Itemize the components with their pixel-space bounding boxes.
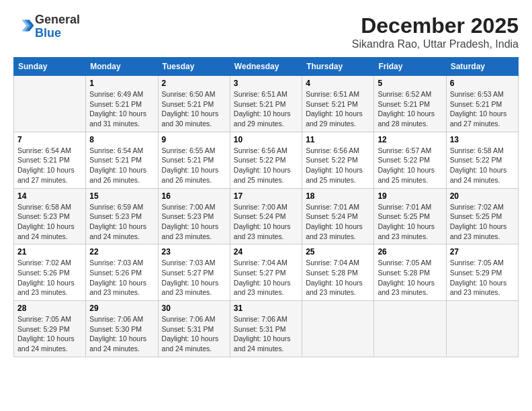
calendar-cell: 9Sunrise: 6:55 AMSunset: 5:21 PMDaylight… xyxy=(158,132,230,188)
day-number: 15 xyxy=(89,191,154,201)
calendar-cell: 16Sunrise: 7:00 AMSunset: 5:23 PMDayligh… xyxy=(158,188,230,244)
day-info: Sunrise: 7:05 AMSunset: 5:28 PMDaylight:… xyxy=(378,258,442,298)
calendar-body: 1Sunrise: 6:49 AMSunset: 5:21 PMDaylight… xyxy=(14,76,519,357)
day-info: Sunrise: 6:59 AMSunset: 5:23 PMDaylight:… xyxy=(89,202,154,242)
title-area: December 2025 Sikandra Rao, Uttar Prades… xyxy=(352,13,519,50)
day-info: Sunrise: 7:06 AMSunset: 5:31 PMDaylight:… xyxy=(162,314,226,354)
day-info: Sunrise: 6:50 AMSunset: 5:21 PMDaylight:… xyxy=(162,89,226,129)
day-number: 11 xyxy=(306,135,370,144)
day-info: Sunrise: 7:04 AMSunset: 5:27 PMDaylight:… xyxy=(234,258,298,298)
calendar-cell xyxy=(446,301,518,357)
calendar-cell: 26Sunrise: 7:05 AMSunset: 5:28 PMDayligh… xyxy=(374,244,446,301)
day-number: 8 xyxy=(89,135,154,144)
day-number: 25 xyxy=(306,247,370,257)
logo-icon xyxy=(16,16,35,35)
week-row-5: 28Sunrise: 7:05 AMSunset: 5:29 PMDayligh… xyxy=(14,301,519,357)
calendar-cell: 25Sunrise: 7:04 AMSunset: 5:28 PMDayligh… xyxy=(302,244,374,301)
month-year-title: December 2025 xyxy=(352,13,519,38)
week-row-3: 14Sunrise: 6:58 AMSunset: 5:23 PMDayligh… xyxy=(14,188,519,244)
header-day-friday: Friday xyxy=(374,58,446,76)
day-number: 14 xyxy=(17,191,82,201)
day-number: 12 xyxy=(378,135,442,144)
calendar-table: SundayMondayTuesdayWednesdayThursdayFrid… xyxy=(13,57,519,357)
day-info: Sunrise: 6:54 AMSunset: 5:21 PMDaylight:… xyxy=(17,146,82,185)
calendar-header: SundayMondayTuesdayWednesdayThursdayFrid… xyxy=(14,58,519,76)
day-number: 21 xyxy=(17,247,82,257)
day-info: Sunrise: 7:05 AMSunset: 5:29 PMDaylight:… xyxy=(17,314,82,354)
day-info: Sunrise: 7:03 AMSunset: 5:26 PMDaylight:… xyxy=(89,258,154,298)
day-info: Sunrise: 6:57 AMSunset: 5:22 PMDaylight:… xyxy=(378,146,442,185)
calendar-cell: 28Sunrise: 7:05 AMSunset: 5:29 PMDayligh… xyxy=(14,301,86,357)
day-info: Sunrise: 6:56 AMSunset: 5:22 PMDaylight:… xyxy=(234,146,298,185)
calendar-cell: 13Sunrise: 6:58 AMSunset: 5:22 PMDayligh… xyxy=(446,132,518,188)
header-day-tuesday: Tuesday xyxy=(158,58,230,76)
day-number: 18 xyxy=(306,191,370,201)
day-number: 31 xyxy=(234,304,298,313)
day-number: 27 xyxy=(450,247,515,257)
day-number: 5 xyxy=(378,79,442,88)
header-day-thursday: Thursday xyxy=(302,58,374,76)
day-info: Sunrise: 6:56 AMSunset: 5:22 PMDaylight:… xyxy=(306,146,370,185)
calendar-cell: 3Sunrise: 6:51 AMSunset: 5:21 PMDaylight… xyxy=(230,76,302,132)
day-info: Sunrise: 6:58 AMSunset: 5:22 PMDaylight:… xyxy=(450,146,515,185)
logo: General Blue xyxy=(13,13,80,40)
day-number: 30 xyxy=(162,304,226,313)
calendar-cell: 12Sunrise: 6:57 AMSunset: 5:22 PMDayligh… xyxy=(374,132,446,188)
header-day-sunday: Sunday xyxy=(14,58,86,76)
day-info: Sunrise: 6:54 AMSunset: 5:21 PMDaylight:… xyxy=(89,146,154,185)
calendar-cell: 5Sunrise: 6:52 AMSunset: 5:21 PMDaylight… xyxy=(374,76,446,132)
day-number: 2 xyxy=(162,79,226,88)
day-info: Sunrise: 7:02 AMSunset: 5:25 PMDaylight:… xyxy=(450,202,515,242)
calendar-cell: 27Sunrise: 7:05 AMSunset: 5:29 PMDayligh… xyxy=(446,244,518,301)
calendar-cell: 17Sunrise: 7:00 AMSunset: 5:24 PMDayligh… xyxy=(230,188,302,244)
day-info: Sunrise: 6:51 AMSunset: 5:21 PMDaylight:… xyxy=(234,89,298,129)
calendar-cell: 20Sunrise: 7:02 AMSunset: 5:25 PMDayligh… xyxy=(446,188,518,244)
calendar-cell: 29Sunrise: 7:06 AMSunset: 5:30 PMDayligh… xyxy=(86,301,158,357)
header: General Blue December 2025 Sikandra Rao,… xyxy=(13,13,519,50)
calendar-cell: 23Sunrise: 7:03 AMSunset: 5:27 PMDayligh… xyxy=(158,244,230,301)
day-number: 13 xyxy=(450,135,515,144)
day-info: Sunrise: 7:04 AMSunset: 5:28 PMDaylight:… xyxy=(306,258,370,298)
week-row-1: 1Sunrise: 6:49 AMSunset: 5:21 PMDaylight… xyxy=(14,76,519,132)
day-number: 19 xyxy=(378,191,442,201)
day-info: Sunrise: 7:05 AMSunset: 5:29 PMDaylight:… xyxy=(450,258,515,298)
day-number: 9 xyxy=(162,135,226,144)
calendar-cell: 4Sunrise: 6:51 AMSunset: 5:21 PMDaylight… xyxy=(302,76,374,132)
calendar-cell: 19Sunrise: 7:01 AMSunset: 5:25 PMDayligh… xyxy=(374,188,446,244)
calendar-cell: 6Sunrise: 6:53 AMSunset: 5:21 PMDaylight… xyxy=(446,76,518,132)
calendar-cell: 14Sunrise: 6:58 AMSunset: 5:23 PMDayligh… xyxy=(14,188,86,244)
day-number: 28 xyxy=(17,304,82,313)
calendar-cell: 10Sunrise: 6:56 AMSunset: 5:22 PMDayligh… xyxy=(230,132,302,188)
calendar-cell: 30Sunrise: 7:06 AMSunset: 5:31 PMDayligh… xyxy=(158,301,230,357)
day-info: Sunrise: 7:03 AMSunset: 5:27 PMDaylight:… xyxy=(162,258,226,298)
day-number: 4 xyxy=(306,79,370,88)
calendar-cell: 7Sunrise: 6:54 AMSunset: 5:21 PMDaylight… xyxy=(14,132,86,188)
calendar-cell: 31Sunrise: 7:06 AMSunset: 5:31 PMDayligh… xyxy=(230,301,302,357)
calendar-cell xyxy=(374,301,446,357)
calendar-cell: 2Sunrise: 6:50 AMSunset: 5:21 PMDaylight… xyxy=(158,76,230,132)
day-number: 6 xyxy=(450,79,515,88)
day-number: 26 xyxy=(378,247,442,257)
day-info: Sunrise: 6:51 AMSunset: 5:21 PMDaylight:… xyxy=(306,89,370,129)
header-day-wednesday: Wednesday xyxy=(230,58,302,76)
day-info: Sunrise: 7:06 AMSunset: 5:30 PMDaylight:… xyxy=(89,314,154,354)
calendar-cell: 11Sunrise: 6:56 AMSunset: 5:22 PMDayligh… xyxy=(302,132,374,188)
week-row-4: 21Sunrise: 7:02 AMSunset: 5:26 PMDayligh… xyxy=(14,244,519,301)
calendar-cell: 15Sunrise: 6:59 AMSunset: 5:23 PMDayligh… xyxy=(86,188,158,244)
day-number: 22 xyxy=(89,247,154,257)
day-number: 16 xyxy=(162,191,226,201)
day-info: Sunrise: 6:52 AMSunset: 5:21 PMDaylight:… xyxy=(378,89,442,129)
day-info: Sunrise: 7:00 AMSunset: 5:23 PMDaylight:… xyxy=(162,202,226,242)
header-day-saturday: Saturday xyxy=(446,58,518,76)
calendar-cell: 1Sunrise: 6:49 AMSunset: 5:21 PMDaylight… xyxy=(86,76,158,132)
day-info: Sunrise: 7:01 AMSunset: 5:24 PMDaylight:… xyxy=(306,202,370,242)
day-info: Sunrise: 7:00 AMSunset: 5:24 PMDaylight:… xyxy=(234,202,298,242)
day-info: Sunrise: 6:49 AMSunset: 5:21 PMDaylight:… xyxy=(89,89,154,129)
day-number: 7 xyxy=(17,135,82,144)
calendar-cell xyxy=(302,301,374,357)
day-info: Sunrise: 6:58 AMSunset: 5:23 PMDaylight:… xyxy=(17,202,82,242)
day-info: Sunrise: 6:53 AMSunset: 5:21 PMDaylight:… xyxy=(450,89,515,129)
day-number: 29 xyxy=(89,304,154,313)
week-row-2: 7Sunrise: 6:54 AMSunset: 5:21 PMDaylight… xyxy=(14,132,519,188)
calendar-cell xyxy=(14,76,86,132)
